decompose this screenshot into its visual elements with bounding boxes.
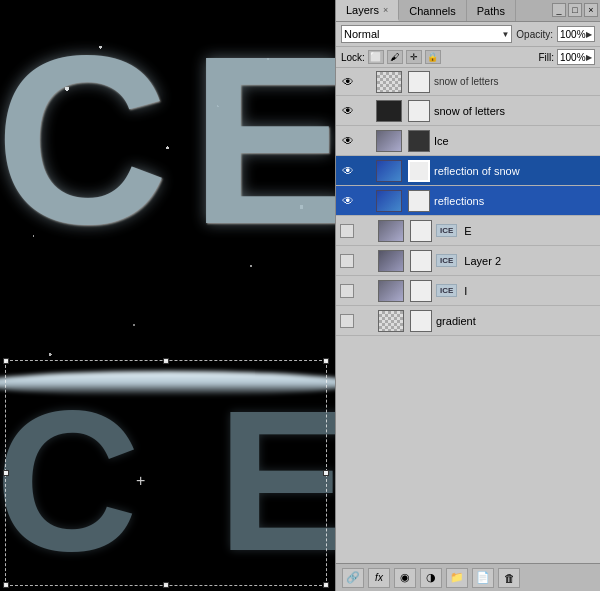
eye-icon-ice[interactable]: 👁: [340, 134, 356, 148]
letter-c: C: [0, 20, 168, 260]
blend-mode-arrow: ▼: [501, 30, 509, 39]
handle-top-mid[interactable]: [163, 358, 169, 364]
tab-layers[interactable]: Layers ×: [336, 0, 399, 21]
close-button[interactable]: ×: [584, 3, 598, 17]
layer-ice-i[interactable]: ICE I: [336, 276, 600, 306]
handle-right-mid[interactable]: [323, 470, 329, 476]
layer-name-reflections: reflections: [434, 195, 596, 207]
handle-top-right[interactable]: [323, 358, 329, 364]
eye-icon-shadows-of-snow[interactable]: 👁: [340, 104, 356, 118]
lock-position-button[interactable]: ✛: [406, 50, 422, 64]
canvas-area: C E C E: [0, 0, 335, 591]
layer-snow-of-letters[interactable]: 👁 snow of letters: [336, 68, 600, 96]
handle-bottom-mid[interactable]: [163, 582, 169, 588]
blend-mode-select[interactable]: Normal ▼: [341, 25, 512, 43]
thumb-ice-i: [378, 280, 404, 302]
maximize-button[interactable]: □: [568, 3, 582, 17]
fx-button[interactable]: fx: [368, 568, 390, 588]
new-layer-icon: 📄: [476, 571, 490, 584]
opacity-label: Opacity:: [516, 29, 553, 40]
opacity-arrow: ▶: [586, 30, 592, 39]
layer-name-gradient: gradient: [436, 315, 596, 327]
thumb-ice-e: [378, 220, 404, 242]
canvas-background: C E C E: [0, 0, 335, 591]
thumb-shadows-of-snow: [376, 100, 402, 122]
minimize-button[interactable]: _: [552, 3, 566, 17]
fill-arrow: ▶: [586, 53, 592, 62]
link-layers-button[interactable]: 🔗: [342, 568, 364, 588]
layer-name-layer-2: Layer 2: [464, 255, 596, 267]
mask-reflections: [408, 190, 430, 212]
checkbox-ice-i[interactable]: [340, 284, 354, 298]
mask-shadows-of-snow: [408, 100, 430, 122]
lock-transparent-button[interactable]: ⬜: [368, 50, 384, 64]
thumb-ice: [376, 130, 402, 152]
checkbox-gradient[interactable]: [340, 314, 354, 328]
fx-icon: fx: [375, 572, 383, 583]
handle-top-left[interactable]: [3, 358, 9, 364]
opacity-value: 100%: [560, 29, 586, 40]
mask-ice: [408, 130, 430, 152]
link-icon: 🔗: [346, 571, 360, 584]
folder-icon: 📁: [450, 571, 464, 584]
layers-list[interactable]: 👁 snow of letters 👁 snow of letters 👁: [336, 68, 600, 563]
lock-row: Lock: ⬜ 🖌 ✛ 🔒 Fill: 100% ▶: [336, 47, 600, 68]
layer-reflections[interactable]: 👁 reflections: [336, 186, 600, 216]
mask-reflection-of-snow: [408, 160, 430, 182]
thumb-snow-of-letters: [376, 71, 402, 93]
tab-layers-label: Layers: [346, 4, 379, 16]
fill-label: Fill:: [538, 52, 554, 63]
mask-snow-of-letters: [408, 71, 430, 93]
delete-layer-button[interactable]: 🗑: [498, 568, 520, 588]
layer-name-snow-of-letters: snow of letters: [434, 76, 596, 87]
handle-bottom-left[interactable]: [3, 582, 9, 588]
layer-ice-e[interactable]: ICE E: [336, 216, 600, 246]
layer-2[interactable]: ICE Layer 2: [336, 246, 600, 276]
mask-gradient: [410, 310, 432, 332]
mask-ice-i: [410, 280, 432, 302]
blend-mode-value: Normal: [344, 28, 379, 40]
eye-icon-snow-of-letters[interactable]: 👁: [340, 75, 356, 89]
layers-panel: Layers × Channels Paths _ □ × Normal ▼ O…: [335, 0, 600, 591]
layer-name-reflection-of-snow: reflection of snow: [434, 165, 596, 177]
window-controls: _ □ ×: [550, 0, 600, 21]
tab-channels[interactable]: Channels: [399, 0, 466, 21]
layer-name-ice-e: E: [464, 225, 596, 237]
thumb-reflection-of-snow: [376, 160, 402, 182]
handle-left-mid[interactable]: [3, 470, 9, 476]
panel-tabs: Layers × Channels Paths _ □ ×: [336, 0, 600, 22]
letter-e: E: [190, 20, 335, 260]
mask-icon: ◉: [400, 571, 410, 584]
group-button[interactable]: 📁: [446, 568, 468, 588]
layer-name-shadows-of-snow: snow of letters: [434, 105, 596, 117]
checkbox-layer-2[interactable]: [340, 254, 354, 268]
tab-channels-label: Channels: [409, 5, 455, 17]
blend-mode-row: Normal ▼ Opacity: 100% ▶: [336, 22, 600, 47]
tab-layers-close[interactable]: ×: [383, 5, 388, 15]
adjustment-button[interactable]: ◑: [420, 568, 442, 588]
eye-icon-reflections[interactable]: 👁: [340, 194, 356, 208]
thumb-layer-2: [378, 250, 404, 272]
panel-toolbar: 🔗 fx ◉ ◑ 📁 📄 🗑: [336, 563, 600, 591]
layer-gradient[interactable]: gradient: [336, 306, 600, 336]
badge-ice-e: ICE: [436, 224, 457, 237]
crosshair-cursor: [140, 480, 156, 496]
lock-all-button[interactable]: 🔒: [425, 50, 441, 64]
new-layer-button[interactable]: 📄: [472, 568, 494, 588]
layer-ice[interactable]: 👁 Ice: [336, 126, 600, 156]
handle-bottom-right[interactable]: [323, 582, 329, 588]
tab-paths[interactable]: Paths: [467, 0, 516, 21]
add-mask-button[interactable]: ◉: [394, 568, 416, 588]
lock-image-button[interactable]: 🖌: [387, 50, 403, 64]
fill-field[interactable]: 100% ▶: [557, 49, 595, 65]
layer-reflection-of-snow[interactable]: 👁 reflection of snow: [336, 156, 600, 186]
layer-shadows-of-snow[interactable]: 👁 snow of letters: [336, 96, 600, 126]
checkbox-ice-e[interactable]: [340, 224, 354, 238]
layer-name-ice: Ice: [434, 135, 596, 147]
badge-ice-i: ICE: [436, 284, 457, 297]
tab-paths-label: Paths: [477, 5, 505, 17]
thumb-gradient: [378, 310, 404, 332]
layers-scroll-wrapper: 👁 snow of letters 👁 snow of letters 👁: [336, 68, 600, 563]
opacity-field[interactable]: 100% ▶: [557, 26, 595, 42]
eye-icon-reflection-of-snow[interactable]: 👁: [340, 164, 356, 178]
